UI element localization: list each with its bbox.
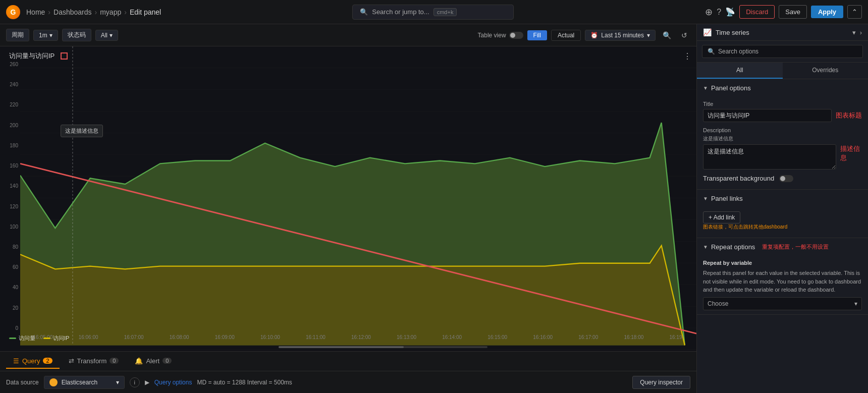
zoom-out-button[interactable]: 🔍 [660, 30, 674, 41]
fill-button[interactable]: Fill [527, 30, 547, 40]
description-field-container: 这是描述信息 描述信息 [703, 144, 862, 170]
discard-button[interactable]: Discard [739, 5, 775, 19]
panel-links-header[interactable]: ▼ Panel links [697, 190, 868, 207]
search-options-input[interactable]: 🔍 Search options [702, 45, 863, 58]
refresh-button[interactable]: ↺ [678, 30, 690, 41]
bottom-bar: ☰ Query 2 ⇄ Transform 0 🔔 Alert 0 Data s… [0, 351, 696, 393]
tab-transform[interactable]: ⇄ Transform 0 [62, 354, 126, 369]
help-icon[interactable]: ? [717, 8, 721, 17]
all-chevron-icon: ▾ [110, 32, 113, 39]
interval-value: 1m [39, 32, 47, 39]
tab-alert-badge: 0 [162, 358, 172, 364]
title-field-label: Title [703, 101, 862, 107]
datasource-row: Data source Elasticsearch ▾ i ▶ Query op… [0, 371, 696, 393]
description-field-row: Description 这是描述信息 这是描述信息 描述信息 [703, 127, 862, 170]
legend-item-1: 访问IP [43, 334, 69, 342]
expand-icon: ▶ [145, 379, 149, 386]
apply-button[interactable]: Apply [811, 6, 843, 18]
breadcrumb-myapp[interactable]: myapp [100, 8, 121, 16]
legend-item-0: 访问量 [9, 334, 35, 342]
time-range-label: Last 15 minutes [601, 32, 644, 39]
search-placeholder: Search or jump to... [372, 8, 429, 16]
query-options-button[interactable]: Query options [154, 379, 192, 386]
scrollbar[interactable] [279, 346, 487, 348]
panel-options-section: ▼ Panel options Title 图表标题 Description 这… [697, 79, 868, 190]
save-button[interactable]: Save [779, 5, 807, 19]
tab-query-label: Query [22, 357, 40, 365]
top-nav: G Home › Dashboards › myapp › Edit panel… [0, 0, 868, 24]
search-shortcut: cmd+k [433, 8, 457, 16]
description-field-label: Description [703, 127, 862, 133]
all-value: All [101, 32, 107, 39]
y-axis: 260 240 220 200 180 160 140 120 100 80 6… [0, 62, 20, 331]
repeat-options-section: ▼ Repeat options 重复项配置，一般不用设置 Repeat by … [697, 238, 868, 315]
repeat-options-header[interactable]: ▼ Repeat options 重复项配置，一般不用设置 [697, 238, 868, 256]
breadcrumb-dashboards[interactable]: Dashboards [53, 8, 92, 16]
tab-transform-label: Transform [77, 357, 107, 365]
right-panel-header: 📈 Time series ▾ › [697, 24, 868, 41]
search-bar: 🔍 Search or jump to... cmd+k [167, 5, 699, 20]
search-icon: 🔍 [360, 8, 368, 16]
table-view-toggle: Table view [478, 32, 523, 39]
choose-chevron-icon: ▾ [854, 300, 857, 307]
time-range-chevron-icon: ▾ [647, 32, 650, 39]
query-inspector-button[interactable]: Query inspector [632, 376, 690, 389]
title-field-row: Title 图表标题 [703, 101, 862, 122]
panel-options-header[interactable]: ▼ Panel options [697, 79, 868, 97]
add-link-button[interactable]: + Add link [703, 211, 740, 223]
panel-options-title: Panel options [711, 84, 751, 92]
breadcrumb: Home › Dashboards › myapp › Edit panel [26, 8, 161, 16]
repeat-description: Repeat this panel for each value in the … [703, 269, 862, 294]
all-overrides-tabs: All Overrides [697, 63, 868, 79]
chart-area: 访问量与访问IP ⋮ 260 240 220 200 180 160 140 1… [0, 46, 696, 351]
tab-alert-label: Alert [146, 357, 159, 365]
chart-legend: 访问量 访问IP [9, 334, 69, 342]
viz-icon: 📈 [703, 28, 712, 36]
datasource-select[interactable]: Elasticsearch ▾ [44, 376, 125, 389]
panel-links-body: + Add link 图表链接，可点击跳转其他dashboard [697, 207, 868, 238]
breadcrumb-home[interactable]: Home [26, 8, 45, 16]
tab-overrides[interactable]: Overrides [783, 63, 869, 79]
viz-dropdown-icon[interactable]: ▾ [852, 29, 856, 36]
description-textarea[interactable]: 这是描述信息 [703, 144, 836, 170]
actual-button[interactable]: Actual [551, 30, 581, 41]
chevron-button[interactable]: ⌃ [847, 5, 862, 19]
table-view-toggle-switch[interactable] [509, 32, 523, 39]
time-range-button[interactable]: ⏰ Last 15 minutes ▾ [585, 30, 656, 41]
panel-options-chevron-icon: ▼ [703, 85, 708, 91]
repeat-annotation: 重复项配置，一般不用设置 [762, 243, 829, 251]
right-panel: 📈 Time series ▾ › 🔍 Search options All O… [696, 24, 868, 393]
left-panel: 周期 1m ▾ 状态码 All ▾ Table view Fill Actual… [0, 24, 696, 393]
repeat-by-label: Repeat by variable [703, 260, 862, 266]
query-options-label: Query options [154, 379, 192, 386]
all-dropdown[interactable]: All ▾ [95, 30, 118, 41]
main-layout: 周期 1m ▾ 状态码 All ▾ Table view Fill Actual… [0, 24, 868, 393]
info-button[interactable]: i [130, 377, 140, 387]
panel-links-annotation: 图表链接，可点击跳转其他dashboard [703, 223, 862, 231]
search-box[interactable]: 🔍 Search or jump to... cmd+k [352, 5, 514, 20]
title-field-container: 图表标题 [703, 109, 862, 122]
status-button[interactable]: 状态码 [62, 29, 91, 41]
panel-links-chevron-icon: ▼ [703, 196, 708, 201]
x-axis: 16:05:00 16:06:00 16:07:00 16:08:00 16:0… [20, 334, 696, 340]
datasource-chevron-icon: ▾ [116, 379, 119, 386]
panel-links-title: Panel links [711, 195, 743, 202]
tab-transform-badge: 0 [110, 358, 119, 364]
search-options-box: 🔍 Search options [697, 41, 868, 63]
tab-query[interactable]: ☰ Query 2 [6, 354, 60, 369]
description-hint: 这是描述信息 [703, 135, 862, 142]
tab-query-badge: 2 [43, 358, 52, 364]
period-button[interactable]: 周期 [6, 29, 29, 41]
tab-alert[interactable]: 🔔 Alert 0 [128, 354, 179, 369]
panel-options-body: Title 图表标题 Description 这是描述信息 这是描述信息 描述信… [697, 97, 868, 189]
search-options-placeholder: Search options [718, 48, 758, 55]
repeat-options-title: Repeat options [711, 243, 755, 251]
viz-expand-icon[interactable]: › [860, 29, 862, 36]
tab-all[interactable]: All [697, 63, 783, 79]
transparent-toggle[interactable] [779, 175, 793, 182]
toggle-knob [510, 33, 515, 38]
interval-dropdown[interactable]: 1m ▾ [33, 30, 58, 41]
legend-label-0: 访问量 [19, 334, 35, 342]
title-input[interactable] [703, 109, 832, 122]
choose-dropdown[interactable]: Choose ▾ [703, 297, 862, 310]
